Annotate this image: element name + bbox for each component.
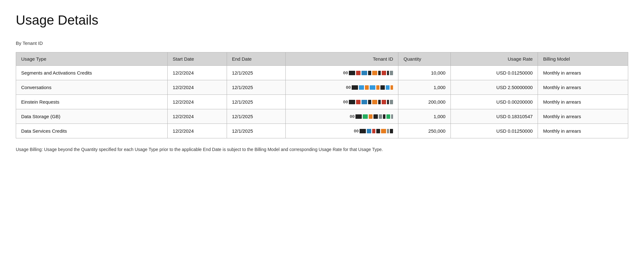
col-header-usage-rate: Usage Rate [451, 52, 538, 66]
tenant-id-cell: 00 [285, 66, 398, 80]
billing-model-cell: Monthly in arrears [538, 66, 628, 80]
usage-rate-cell: USD 0.18310547 [451, 109, 538, 124]
start-date-cell: 12/2/2024 [168, 66, 227, 80]
start-date-cell: 12/2/2024 [168, 95, 227, 109]
start-date-cell: 12/2/2024 [168, 109, 227, 124]
usage-type-cell: Segments and Activations Credits [16, 66, 168, 80]
quantity-cell: 200,000 [398, 95, 451, 109]
usage-details-table: Usage Type Start Date End Date Tenant ID… [16, 52, 628, 138]
end-date-cell: 12/1/2025 [227, 124, 285, 138]
tenant-id-cell: 00 [285, 109, 398, 124]
usage-rate-cell: USD 0.01250000 [451, 124, 538, 138]
table-row: Conversations12/2/202412/1/2025001,000US… [16, 80, 628, 95]
start-date-cell: 12/2/2024 [168, 80, 227, 95]
quantity-cell: 10,000 [398, 66, 451, 80]
billing-model-cell: Monthly in arrears [538, 80, 628, 95]
tenant-id-cell: 00 [285, 124, 398, 138]
tenant-id-cell: 00 [285, 95, 398, 109]
table-row: Data Services Credits12/2/202412/1/20250… [16, 124, 628, 138]
usage-type-cell: Data Services Credits [16, 124, 168, 138]
table-row: Data Storage (GB)12/2/202412/1/2025001,0… [16, 109, 628, 124]
usage-rate-cell: USD 0.00200000 [451, 95, 538, 109]
billing-model-cell: Monthly in arrears [538, 109, 628, 124]
col-header-start-date: Start Date [168, 52, 227, 66]
quantity-cell: 1,000 [398, 80, 451, 95]
col-header-end-date: End Date [227, 52, 285, 66]
page-title: Usage Details [16, 13, 628, 28]
col-header-tenant-id: Tenant ID [285, 52, 398, 66]
end-date-cell: 12/1/2025 [227, 80, 285, 95]
col-header-billing-model: Billing Model [538, 52, 628, 66]
start-date-cell: 12/2/2024 [168, 124, 227, 138]
col-header-quantity: Quantity [398, 52, 451, 66]
tenant-id-cell: 00 [285, 80, 398, 95]
usage-type-cell: Conversations [16, 80, 168, 95]
end-date-cell: 12/1/2025 [227, 95, 285, 109]
billing-model-cell: Monthly in arrears [538, 124, 628, 138]
end-date-cell: 12/1/2025 [227, 66, 285, 80]
quantity-cell: 1,000 [398, 109, 451, 124]
section-label: By Tenant ID [16, 40, 628, 46]
table-header-row: Usage Type Start Date End Date Tenant ID… [16, 52, 628, 66]
table-row: Segments and Activations Credits12/2/202… [16, 66, 628, 80]
col-header-usage-type: Usage Type [16, 52, 168, 66]
usage-rate-cell: USD 0.01250000 [451, 66, 538, 80]
usage-type-cell: Einstein Requests [16, 95, 168, 109]
quantity-cell: 250,000 [398, 124, 451, 138]
billing-model-cell: Monthly in arrears [538, 95, 628, 109]
usage-type-cell: Data Storage (GB) [16, 109, 168, 124]
table-row: Einstein Requests12/2/202412/1/202500200… [16, 95, 628, 109]
end-date-cell: 12/1/2025 [227, 109, 285, 124]
footer-note: Usage Billing: Usage beyond the Quantity… [16, 146, 552, 153]
usage-rate-cell: USD 2.50000000 [451, 80, 538, 95]
